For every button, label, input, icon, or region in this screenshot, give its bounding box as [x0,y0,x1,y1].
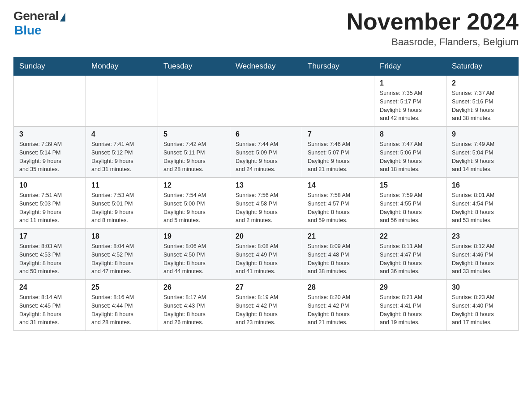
day-info: Sunrise: 7:53 AM Sunset: 5:01 PM Dayligh… [91,191,152,225]
day-number: 10 [19,181,80,189]
day-number: 26 [163,283,224,291]
calendar-cell: 25Sunrise: 8:16 AM Sunset: 4:44 PM Dayli… [86,280,158,331]
day-info: Sunrise: 7:59 AM Sunset: 4:55 PM Dayligh… [380,191,441,225]
calendar-cell: 7Sunrise: 7:46 AM Sunset: 5:07 PM Daylig… [302,127,374,178]
header-saturday: Saturday [446,57,519,76]
calendar-cell: 1Sunrise: 7:35 AM Sunset: 5:17 PM Daylig… [374,76,446,127]
calendar-cell: 17Sunrise: 8:03 AM Sunset: 4:53 PM Dayli… [14,229,86,280]
day-info: Sunrise: 8:14 AM Sunset: 4:45 PM Dayligh… [19,293,80,327]
day-info: Sunrise: 7:51 AM Sunset: 5:03 PM Dayligh… [19,191,80,225]
day-info: Sunrise: 8:12 AM Sunset: 4:46 PM Dayligh… [452,242,513,276]
day-number: 16 [452,181,513,189]
calendar-cell: 29Sunrise: 8:21 AM Sunset: 4:41 PM Dayli… [374,280,446,331]
day-info: Sunrise: 8:20 AM Sunset: 4:42 PM Dayligh… [308,293,369,327]
day-info: Sunrise: 8:06 AM Sunset: 4:50 PM Dayligh… [163,242,224,276]
header-sunday: Sunday [14,57,86,76]
day-info: Sunrise: 7:58 AM Sunset: 4:57 PM Dayligh… [308,191,369,225]
calendar-cell: 27Sunrise: 8:19 AM Sunset: 4:42 PM Dayli… [230,280,302,331]
header-tuesday: Tuesday [158,57,230,76]
calendar-cell: 15Sunrise: 7:59 AM Sunset: 4:55 PM Dayli… [374,178,446,229]
calendar-cell: 16Sunrise: 8:01 AM Sunset: 4:54 PM Dayli… [446,178,519,229]
calendar-cell: 9Sunrise: 7:49 AM Sunset: 5:04 PM Daylig… [446,127,519,178]
day-number: 18 [91,232,152,240]
day-info: Sunrise: 7:35 AM Sunset: 5:17 PM Dayligh… [380,89,441,123]
day-number: 2 [452,79,513,87]
month-title: November 2024 [347,9,519,34]
day-number: 24 [19,283,80,291]
day-info: Sunrise: 8:23 AM Sunset: 4:40 PM Dayligh… [452,293,513,327]
location: Baasrode, Flanders, Belgium [347,36,519,48]
day-info: Sunrise: 7:42 AM Sunset: 5:11 PM Dayligh… [163,140,224,174]
day-number: 12 [163,181,224,189]
calendar-cell: 13Sunrise: 7:56 AM Sunset: 4:58 PM Dayli… [230,178,302,229]
header-thursday: Thursday [302,57,374,76]
calendar-cell: 4Sunrise: 7:41 AM Sunset: 5:12 PM Daylig… [86,127,158,178]
day-info: Sunrise: 7:56 AM Sunset: 4:58 PM Dayligh… [236,191,296,225]
day-number: 6 [236,130,296,138]
calendar-cell: 14Sunrise: 7:58 AM Sunset: 4:57 PM Dayli… [302,178,374,229]
calendar-cell: 18Sunrise: 8:04 AM Sunset: 4:52 PM Dayli… [86,229,158,280]
day-number: 21 [308,232,369,240]
day-number: 15 [380,181,441,189]
day-number: 22 [380,232,441,240]
day-info: Sunrise: 7:46 AM Sunset: 5:07 PM Dayligh… [308,140,369,174]
day-number: 23 [452,232,513,240]
day-info: Sunrise: 8:08 AM Sunset: 4:49 PM Dayligh… [236,242,296,276]
calendar-cell: 10Sunrise: 7:51 AM Sunset: 5:03 PM Dayli… [14,178,86,229]
calendar-cell [158,76,230,127]
logo-blue-text: Blue [14,23,42,38]
day-info: Sunrise: 8:11 AM Sunset: 4:47 PM Dayligh… [380,242,441,276]
calendar-cell: 2Sunrise: 7:37 AM Sunset: 5:16 PM Daylig… [446,76,519,127]
day-info: Sunrise: 8:04 AM Sunset: 4:52 PM Dayligh… [91,242,152,276]
header-monday: Monday [86,57,158,76]
day-number: 3 [19,130,80,138]
day-number: 1 [380,79,441,87]
day-number: 28 [308,283,369,291]
calendar-cell: 19Sunrise: 8:06 AM Sunset: 4:50 PM Dayli… [158,229,230,280]
calendar-week-row: 17Sunrise: 8:03 AM Sunset: 4:53 PM Dayli… [14,229,519,280]
calendar-cell: 24Sunrise: 8:14 AM Sunset: 4:45 PM Dayli… [14,280,86,331]
day-info: Sunrise: 8:21 AM Sunset: 4:41 PM Dayligh… [380,293,441,327]
day-info: Sunrise: 7:37 AM Sunset: 5:16 PM Dayligh… [452,89,513,123]
day-number: 14 [308,181,369,189]
calendar-cell: 12Sunrise: 7:54 AM Sunset: 5:00 PM Dayli… [158,178,230,229]
day-info: Sunrise: 8:01 AM Sunset: 4:54 PM Dayligh… [452,191,513,225]
calendar-cell: 23Sunrise: 8:12 AM Sunset: 4:46 PM Dayli… [446,229,519,280]
calendar-cell: 5Sunrise: 7:42 AM Sunset: 5:11 PM Daylig… [158,127,230,178]
calendar-cell: 8Sunrise: 7:47 AM Sunset: 5:06 PM Daylig… [374,127,446,178]
day-number: 20 [236,232,296,240]
page-header: General Blue November 2024 Baasrode, Fla… [13,9,519,48]
calendar-cell: 26Sunrise: 8:17 AM Sunset: 4:43 PM Dayli… [158,280,230,331]
header-friday: Friday [374,57,446,76]
logo-triangle-icon [60,13,65,21]
day-info: Sunrise: 8:19 AM Sunset: 4:42 PM Dayligh… [236,293,296,327]
day-info: Sunrise: 8:03 AM Sunset: 4:53 PM Dayligh… [19,242,80,276]
calendar-header-row: SundayMondayTuesdayWednesdayThursdayFrid… [14,57,519,76]
header-wednesday: Wednesday [230,57,302,76]
day-number: 5 [163,130,224,138]
day-number: 9 [452,130,513,138]
calendar-cell [302,76,374,127]
day-info: Sunrise: 7:44 AM Sunset: 5:09 PM Dayligh… [236,140,296,174]
day-number: 25 [91,283,152,291]
day-info: Sunrise: 7:47 AM Sunset: 5:06 PM Dayligh… [380,140,441,174]
logo: General Blue [13,9,65,38]
calendar-cell: 11Sunrise: 7:53 AM Sunset: 5:01 PM Dayli… [86,178,158,229]
day-info: Sunrise: 8:17 AM Sunset: 4:43 PM Dayligh… [163,293,224,327]
calendar-cell [230,76,302,127]
day-number: 27 [236,283,296,291]
day-number: 13 [236,181,296,189]
day-info: Sunrise: 7:41 AM Sunset: 5:12 PM Dayligh… [91,140,152,174]
day-info: Sunrise: 8:16 AM Sunset: 4:44 PM Dayligh… [91,293,152,327]
calendar-cell: 6Sunrise: 7:44 AM Sunset: 5:09 PM Daylig… [230,127,302,178]
calendar-cell: 30Sunrise: 8:23 AM Sunset: 4:40 PM Dayli… [446,280,519,331]
day-number: 17 [19,232,80,240]
calendar-cell: 22Sunrise: 8:11 AM Sunset: 4:47 PM Dayli… [374,229,446,280]
day-number: 8 [380,130,441,138]
calendar-week-row: 3Sunrise: 7:39 AM Sunset: 5:14 PM Daylig… [14,127,519,178]
title-section: November 2024 Baasrode, Flanders, Belgiu… [347,9,519,48]
day-info: Sunrise: 7:39 AM Sunset: 5:14 PM Dayligh… [19,140,80,174]
calendar-cell: 20Sunrise: 8:08 AM Sunset: 4:49 PM Dayli… [230,229,302,280]
calendar-cell [14,76,86,127]
calendar-cell: 3Sunrise: 7:39 AM Sunset: 5:14 PM Daylig… [14,127,86,178]
